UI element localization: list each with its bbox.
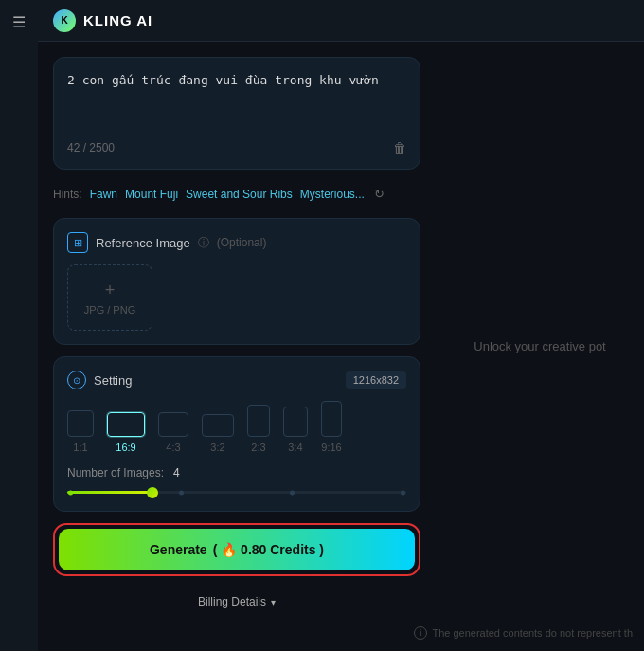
images-count: 4 [173,466,180,479]
prompt-card: 2 con gấu trúc đang vui đùa trong khu vư… [53,57,420,170]
upload-format-label: JPG / PNG [84,304,135,316]
hint-mysterious[interactable]: Mysterious... [300,188,365,201]
ratio-4-3[interactable]: 4:3 [158,412,188,453]
aspect-ratios: 1:116:94:33:22:33:49:16 [67,401,406,453]
info-circle-icon: i [414,626,427,640]
ratio-box-1-1 [67,410,94,437]
chevron-down-icon: ▾ [271,597,276,607]
optional-label: (Optional) [217,236,267,249]
ratio-box-9-16 [321,401,342,437]
resolution-badge: 1216x832 [346,371,406,389]
setting-icon: ⊙ [67,371,86,389]
char-count: 42 / 2500 [67,141,115,154]
hint-fawn[interactable]: Fawn [90,188,117,201]
prompt-footer: 42 / 2500 🗑 [67,140,406,155]
images-row: Number of Images: 4 [67,466,406,479]
upload-plus-icon: + [105,280,116,300]
images-label: Number of Images: [67,466,164,479]
ratio-label-3-2: 3:2 [210,442,224,453]
hamburger-icon[interactable]: ☰ [12,13,26,31]
logo-icon: K [53,9,76,32]
reference-image-card: ⊞ Reference Image ⓘ (Optional) + JPG / P… [53,218,420,345]
main-panel: 2 con gấu trúc đang vui đùa trong khu vư… [38,42,436,651]
right-panel: Unlock your creative pot [436,42,644,651]
ratio-1-1[interactable]: 1:1 [67,410,94,453]
billing-row[interactable]: Billing Details ▾ [53,595,420,608]
hint-sweet-sour-ribs[interactable]: Sweet and Sour Ribs [186,188,293,201]
slider-dot-1 [68,490,73,495]
slider-dots [67,490,406,495]
slider-dot-4 [401,490,405,495]
setting-title-row: ⊙ Setting [67,371,132,389]
bottom-note: i The generated contents do not represen… [414,626,633,640]
generate-wrapper: Generate ( 🔥 0.80 Credits ) [53,523,420,576]
hint-mount-fuji[interactable]: Mount Fuji [125,188,178,201]
ratio-label-4-3: 4:3 [166,442,180,453]
ratio-box-3-2 [202,414,234,437]
ratio-box-16-9 [107,412,145,437]
ratio-label-9-16: 9:16 [321,442,341,453]
ratio-16-9[interactable]: 16:9 [107,412,145,453]
ratio-9-16[interactable]: 9:16 [321,401,342,453]
slider-dot-3 [290,490,295,495]
trash-icon[interactable]: 🗑 [393,140,406,155]
billing-label: Billing Details [198,595,266,608]
sidebar: ☰ [0,0,38,651]
reference-image-title: Reference Image [96,236,190,250]
credits-label: ( 🔥 0.80 Credits ) [213,542,324,557]
ratio-label-16-9: 16:9 [116,442,135,453]
hints-row: Hints: Fawn Mount Fuji Sweet and Sour Ri… [53,181,420,207]
setting-title: Setting [94,373,132,388]
refresh-icon[interactable]: ↻ [374,187,385,201]
ratio-label-3-4: 3:4 [288,442,302,453]
bottom-note-text: The generated contents do not represent … [432,627,633,639]
slider-dot-2 [179,490,184,495]
slider-track[interactable] [67,491,406,494]
ratio-label-1-1: 1:1 [73,442,87,453]
image-header-icon: ⊞ [67,232,88,253]
hints-label: Hints: [53,188,82,201]
generate-label: Generate [150,542,207,557]
ratio-box-2-3 [247,405,270,437]
info-icon[interactable]: ⓘ [198,235,209,251]
upload-box[interactable]: + JPG / PNG [67,264,152,331]
ratio-label-2-3: 2:3 [251,442,265,453]
ratio-3-2[interactable]: 3:2 [202,414,234,453]
ratio-box-4-3 [158,412,188,437]
app-title: KLING AI [83,12,152,28]
reference-image-header: ⊞ Reference Image ⓘ (Optional) [67,232,406,253]
generate-button[interactable]: Generate ( 🔥 0.80 Credits ) [59,529,415,570]
settings-card: ⊙ Setting 1216x832 1:116:94:33:22:33:49:… [53,356,420,512]
slider-row[interactable] [67,491,406,494]
slider-thumb[interactable] [147,487,158,498]
right-panel-text: Unlock your creative pot [474,339,605,353]
setting-header: ⊙ Setting 1216x832 [67,371,406,389]
ratio-2-3[interactable]: 2:3 [247,405,270,453]
header: K KLING AI [38,0,644,42]
ratio-box-3-4 [283,407,308,437]
ratio-3-4[interactable]: 3:4 [283,407,308,453]
prompt-input[interactable]: 2 con gấu trúc đang vui đùa trong khu vư… [67,71,406,128]
